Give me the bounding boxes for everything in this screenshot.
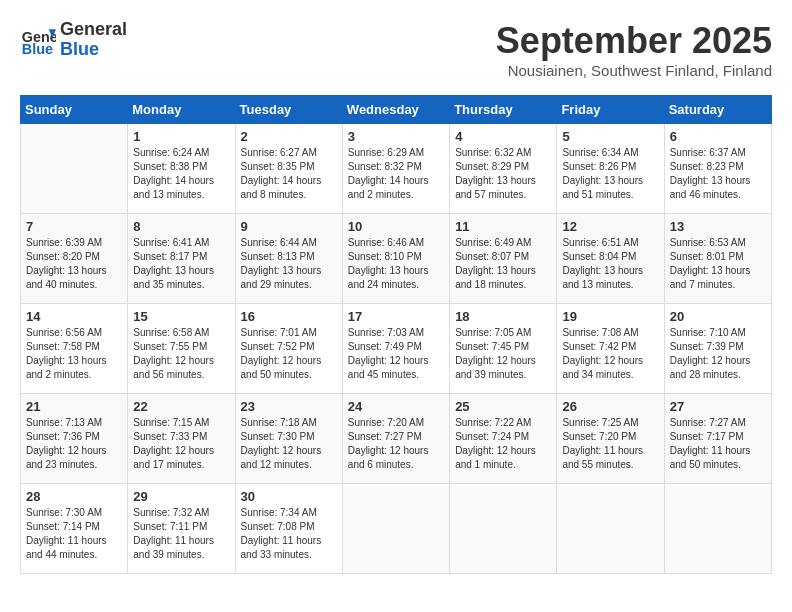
day-info: Sunrise: 7:15 AM Sunset: 7:33 PM Dayligh… bbox=[133, 416, 229, 472]
day-info: Sunrise: 6:32 AM Sunset: 8:29 PM Dayligh… bbox=[455, 146, 551, 202]
day-number: 11 bbox=[455, 219, 551, 234]
header-thursday: Thursday bbox=[450, 96, 557, 124]
day-number: 22 bbox=[133, 399, 229, 414]
calendar-cell: 19Sunrise: 7:08 AM Sunset: 7:42 PM Dayli… bbox=[557, 304, 664, 394]
month-title: September 2025 bbox=[496, 20, 772, 62]
day-info: Sunrise: 6:51 AM Sunset: 8:04 PM Dayligh… bbox=[562, 236, 658, 292]
calendar-cell: 5Sunrise: 6:34 AM Sunset: 8:26 PM Daylig… bbox=[557, 124, 664, 214]
day-number: 9 bbox=[241, 219, 337, 234]
day-info: Sunrise: 6:56 AM Sunset: 7:58 PM Dayligh… bbox=[26, 326, 122, 382]
calendar-cell: 28Sunrise: 7:30 AM Sunset: 7:14 PM Dayli… bbox=[21, 484, 128, 574]
page-header: General Blue General Blue September 2025… bbox=[20, 20, 772, 79]
day-info: Sunrise: 6:49 AM Sunset: 8:07 PM Dayligh… bbox=[455, 236, 551, 292]
calendar-cell bbox=[450, 484, 557, 574]
day-number: 1 bbox=[133, 129, 229, 144]
calendar-cell: 29Sunrise: 7:32 AM Sunset: 7:11 PM Dayli… bbox=[128, 484, 235, 574]
day-number: 3 bbox=[348, 129, 444, 144]
svg-text:Blue: Blue bbox=[22, 41, 53, 57]
calendar-cell: 3Sunrise: 6:29 AM Sunset: 8:32 PM Daylig… bbox=[342, 124, 449, 214]
day-info: Sunrise: 6:29 AM Sunset: 8:32 PM Dayligh… bbox=[348, 146, 444, 202]
calendar-cell: 22Sunrise: 7:15 AM Sunset: 7:33 PM Dayli… bbox=[128, 394, 235, 484]
day-number: 29 bbox=[133, 489, 229, 504]
location: Nousiainen, Southwest Finland, Finland bbox=[496, 62, 772, 79]
day-number: 8 bbox=[133, 219, 229, 234]
logo-blue: Blue bbox=[60, 40, 127, 60]
header-saturday: Saturday bbox=[664, 96, 771, 124]
day-number: 23 bbox=[241, 399, 337, 414]
calendar-cell: 26Sunrise: 7:25 AM Sunset: 7:20 PM Dayli… bbox=[557, 394, 664, 484]
logo-icon: General Blue bbox=[20, 22, 56, 58]
day-info: Sunrise: 6:37 AM Sunset: 8:23 PM Dayligh… bbox=[670, 146, 766, 202]
calendar-cell: 7Sunrise: 6:39 AM Sunset: 8:20 PM Daylig… bbox=[21, 214, 128, 304]
day-number: 27 bbox=[670, 399, 766, 414]
calendar-cell: 17Sunrise: 7:03 AM Sunset: 7:49 PM Dayli… bbox=[342, 304, 449, 394]
day-number: 15 bbox=[133, 309, 229, 324]
calendar-cell: 9Sunrise: 6:44 AM Sunset: 8:13 PM Daylig… bbox=[235, 214, 342, 304]
calendar-cell bbox=[342, 484, 449, 574]
calendar-cell bbox=[21, 124, 128, 214]
calendar-cell: 24Sunrise: 7:20 AM Sunset: 7:27 PM Dayli… bbox=[342, 394, 449, 484]
day-info: Sunrise: 7:18 AM Sunset: 7:30 PM Dayligh… bbox=[241, 416, 337, 472]
calendar-week-3: 14Sunrise: 6:56 AM Sunset: 7:58 PM Dayli… bbox=[21, 304, 772, 394]
day-info: Sunrise: 6:46 AM Sunset: 8:10 PM Dayligh… bbox=[348, 236, 444, 292]
day-info: Sunrise: 7:20 AM Sunset: 7:27 PM Dayligh… bbox=[348, 416, 444, 472]
day-info: Sunrise: 6:39 AM Sunset: 8:20 PM Dayligh… bbox=[26, 236, 122, 292]
day-info: Sunrise: 6:41 AM Sunset: 8:17 PM Dayligh… bbox=[133, 236, 229, 292]
day-number: 10 bbox=[348, 219, 444, 234]
day-info: Sunrise: 7:25 AM Sunset: 7:20 PM Dayligh… bbox=[562, 416, 658, 472]
calendar-week-4: 21Sunrise: 7:13 AM Sunset: 7:36 PM Dayli… bbox=[21, 394, 772, 484]
day-number: 24 bbox=[348, 399, 444, 414]
calendar-cell: 18Sunrise: 7:05 AM Sunset: 7:45 PM Dayli… bbox=[450, 304, 557, 394]
day-number: 5 bbox=[562, 129, 658, 144]
day-info: Sunrise: 7:05 AM Sunset: 7:45 PM Dayligh… bbox=[455, 326, 551, 382]
day-number: 4 bbox=[455, 129, 551, 144]
calendar-cell bbox=[557, 484, 664, 574]
calendar-cell: 14Sunrise: 6:56 AM Sunset: 7:58 PM Dayli… bbox=[21, 304, 128, 394]
day-info: Sunrise: 6:44 AM Sunset: 8:13 PM Dayligh… bbox=[241, 236, 337, 292]
day-info: Sunrise: 7:27 AM Sunset: 7:17 PM Dayligh… bbox=[670, 416, 766, 472]
calendar-cell bbox=[664, 484, 771, 574]
day-info: Sunrise: 7:22 AM Sunset: 7:24 PM Dayligh… bbox=[455, 416, 551, 472]
day-info: Sunrise: 6:24 AM Sunset: 8:38 PM Dayligh… bbox=[133, 146, 229, 202]
day-info: Sunrise: 6:58 AM Sunset: 7:55 PM Dayligh… bbox=[133, 326, 229, 382]
day-number: 18 bbox=[455, 309, 551, 324]
day-number: 16 bbox=[241, 309, 337, 324]
day-number: 6 bbox=[670, 129, 766, 144]
calendar-week-1: 1Sunrise: 6:24 AM Sunset: 8:38 PM Daylig… bbox=[21, 124, 772, 214]
day-info: Sunrise: 7:34 AM Sunset: 7:08 PM Dayligh… bbox=[241, 506, 337, 562]
calendar-cell: 6Sunrise: 6:37 AM Sunset: 8:23 PM Daylig… bbox=[664, 124, 771, 214]
calendar-header-row: SundayMondayTuesdayWednesdayThursdayFrid… bbox=[21, 96, 772, 124]
day-number: 26 bbox=[562, 399, 658, 414]
day-number: 7 bbox=[26, 219, 122, 234]
day-info: Sunrise: 7:30 AM Sunset: 7:14 PM Dayligh… bbox=[26, 506, 122, 562]
calendar-cell: 25Sunrise: 7:22 AM Sunset: 7:24 PM Dayli… bbox=[450, 394, 557, 484]
header-wednesday: Wednesday bbox=[342, 96, 449, 124]
calendar-cell: 15Sunrise: 6:58 AM Sunset: 7:55 PM Dayli… bbox=[128, 304, 235, 394]
day-info: Sunrise: 7:10 AM Sunset: 7:39 PM Dayligh… bbox=[670, 326, 766, 382]
calendar-cell: 13Sunrise: 6:53 AM Sunset: 8:01 PM Dayli… bbox=[664, 214, 771, 304]
day-number: 2 bbox=[241, 129, 337, 144]
day-info: Sunrise: 7:01 AM Sunset: 7:52 PM Dayligh… bbox=[241, 326, 337, 382]
header-monday: Monday bbox=[128, 96, 235, 124]
calendar-cell: 11Sunrise: 6:49 AM Sunset: 8:07 PM Dayli… bbox=[450, 214, 557, 304]
header-tuesday: Tuesday bbox=[235, 96, 342, 124]
calendar-cell: 23Sunrise: 7:18 AM Sunset: 7:30 PM Dayli… bbox=[235, 394, 342, 484]
day-number: 12 bbox=[562, 219, 658, 234]
calendar-table: SundayMondayTuesdayWednesdayThursdayFrid… bbox=[20, 95, 772, 574]
day-info: Sunrise: 7:13 AM Sunset: 7:36 PM Dayligh… bbox=[26, 416, 122, 472]
day-info: Sunrise: 7:03 AM Sunset: 7:49 PM Dayligh… bbox=[348, 326, 444, 382]
calendar-week-5: 28Sunrise: 7:30 AM Sunset: 7:14 PM Dayli… bbox=[21, 484, 772, 574]
day-number: 17 bbox=[348, 309, 444, 324]
day-number: 30 bbox=[241, 489, 337, 504]
calendar-cell: 12Sunrise: 6:51 AM Sunset: 8:04 PM Dayli… bbox=[557, 214, 664, 304]
calendar-cell: 4Sunrise: 6:32 AM Sunset: 8:29 PM Daylig… bbox=[450, 124, 557, 214]
day-number: 28 bbox=[26, 489, 122, 504]
day-info: Sunrise: 6:34 AM Sunset: 8:26 PM Dayligh… bbox=[562, 146, 658, 202]
day-number: 19 bbox=[562, 309, 658, 324]
header-friday: Friday bbox=[557, 96, 664, 124]
day-info: Sunrise: 7:08 AM Sunset: 7:42 PM Dayligh… bbox=[562, 326, 658, 382]
day-number: 14 bbox=[26, 309, 122, 324]
calendar-cell: 1Sunrise: 6:24 AM Sunset: 8:38 PM Daylig… bbox=[128, 124, 235, 214]
header-sunday: Sunday bbox=[21, 96, 128, 124]
day-number: 21 bbox=[26, 399, 122, 414]
